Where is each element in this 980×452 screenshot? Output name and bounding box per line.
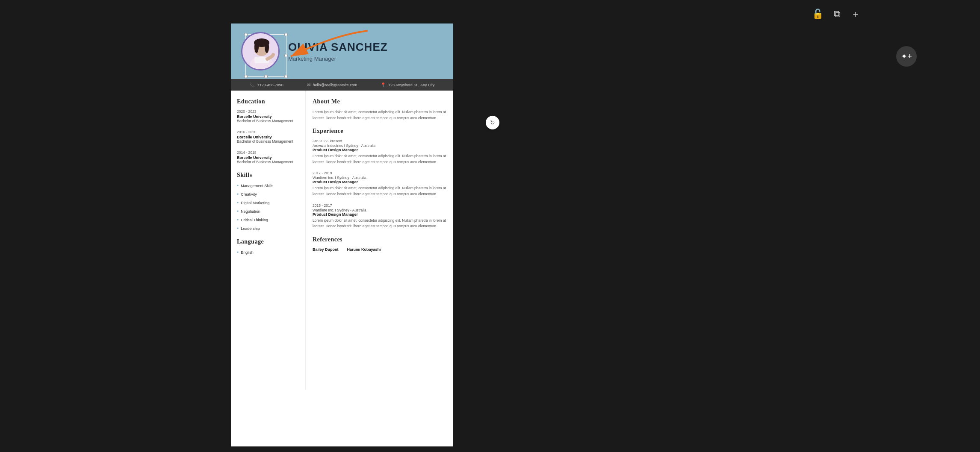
email-address: hello@reallygreatsite.com: [313, 83, 357, 87]
duplicate-icon[interactable]: ⧉: [834, 9, 841, 20]
exp-text-2: Lorem ipsum dolor sit amet, consectetur …: [313, 185, 446, 197]
about-text: Lorem ipsum dolor sit amet, consectetur …: [313, 109, 446, 121]
ref-name-2: Harumi Kobayashi: [347, 247, 381, 252]
skill-item-5: • Critical Thinking: [237, 217, 299, 223]
edu-degree-3: Bachelor of Business Management: [237, 160, 299, 165]
about-title: About Me: [313, 98, 446, 105]
edu-year-2: 2016 - 2020: [237, 130, 299, 134]
exp-text-3: Lorem ipsum dolor sit amet, consectetur …: [313, 218, 446, 229]
handle-br[interactable]: [284, 75, 288, 78]
skill-item-1: • Management Skills: [237, 183, 299, 189]
rotate-button[interactable]: ↻: [486, 116, 499, 129]
experience-section: Experience Jan 2022- Present Arowwai Ind…: [313, 128, 446, 229]
language-title: Language: [237, 238, 299, 245]
skill-bullet-1: •: [237, 183, 239, 189]
exp-role-1: Product Design Manager: [313, 148, 446, 152]
exp-text-1: Lorem ipsum dolor sit amet, consectetur …: [313, 153, 446, 165]
handle-tl[interactable]: [244, 33, 248, 36]
skill-item-2: • Creativity: [237, 191, 299, 197]
unlock-icon[interactable]: 🔓: [812, 9, 824, 20]
exp-company-2: Wardiere Inc. I Sydney - Australia: [313, 176, 446, 180]
skill-label-3: Digital Marketing: [241, 201, 269, 205]
exp-company-1: Arowwai Industries I Sydney - Australia: [313, 144, 446, 148]
edu-year-1: 2020 - 2023: [237, 109, 299, 114]
lang-label-1: English: [241, 250, 254, 255]
candidate-name: OLIVIA SANCHEZ: [288, 41, 388, 54]
exp-period-3: 2015 - 2017: [313, 203, 446, 208]
fab-icon: ✦+: [901, 52, 912, 61]
handle-tr[interactable]: [284, 33, 288, 36]
skill-bullet-2: •: [237, 191, 239, 197]
references-title: References: [313, 236, 446, 243]
skill-label-5: Critical Thinking: [241, 218, 268, 222]
skill-bullet-6: •: [237, 226, 239, 232]
ref-entry-1: Bailey Dupont: [313, 247, 339, 252]
edu-school-2: Borcelle University: [237, 135, 299, 139]
lang-item-1: • English: [237, 249, 299, 255]
edu-degree-1: Bachelor of Business Management: [237, 119, 299, 124]
left-column: Education 2020 - 2023 Borcelle Universit…: [231, 91, 306, 390]
exp-entry-3: 2015 - 2017 Wardiere Inc. I Sydney - Aus…: [313, 203, 446, 229]
skill-item-6: • Leadership: [237, 226, 299, 232]
resume-header: OLIVIA SANCHEZ Marketing Manager: [231, 23, 453, 79]
fab-button[interactable]: ✦+: [896, 46, 917, 67]
edu-degree-2: Bachelor of Business Management: [237, 139, 299, 144]
svg-point-6: [265, 41, 269, 53]
skill-label-6: Leadership: [241, 226, 260, 231]
location-icon: 📍: [381, 82, 386, 87]
exp-entry-2: 2017 - 2019 Wardiere Inc. I Sydney - Aus…: [313, 171, 446, 197]
skill-label-4: Negotiation: [241, 209, 260, 214]
references-row: Bailey Dupont Harumi Kobayashi: [313, 247, 446, 252]
skill-label-1: Management Skills: [241, 184, 273, 188]
header-text-block: OLIVIA SANCHEZ Marketing Manager: [288, 41, 388, 62]
exp-entry-1: Jan 2022- Present Arowwai Industries I S…: [313, 139, 446, 165]
skill-item-4: • Negotiation: [237, 208, 299, 214]
top-toolbar: 🔓 ⧉ ＋: [812, 8, 860, 21]
edu-entry-2: 2016 - 2020 Borcelle University Bachelor…: [237, 130, 299, 144]
references-section: References Bailey Dupont Harumi Kobayash…: [313, 236, 446, 252]
address-contact: 📍 123 Anywhere St., Any City: [381, 82, 435, 87]
email-icon: ✉: [307, 82, 310, 87]
address-text: 123 Anywhere St., Any City: [388, 83, 435, 87]
exp-period-2: 2017 - 2019: [313, 171, 446, 175]
email-contact: ✉ hello@reallygreatsite.com: [307, 82, 357, 87]
phone-icon: 📞: [249, 82, 254, 87]
handle-bm[interactable]: [264, 75, 268, 78]
skill-item-3: • Digital Marketing: [237, 200, 299, 206]
ref-entry-2: Harumi Kobayashi: [347, 247, 381, 252]
exp-company-3: Wardiere Inc. I Sydney - Australia: [313, 208, 446, 212]
experience-title: Experience: [313, 128, 446, 135]
exp-role-2: Product Design Manager: [313, 180, 446, 184]
contact-bar: 📞 +123-456-7890 ✉ hello@reallygreatsite.…: [231, 79, 453, 91]
skill-bullet-4: •: [237, 208, 239, 214]
skill-bullet-3: •: [237, 200, 239, 206]
edu-school-3: Borcelle University: [237, 156, 299, 160]
language-section: Language • English: [237, 238, 299, 255]
exp-role-3: Product Design Manager: [313, 212, 446, 217]
skills-section: Skills • Management Skills • Creativity …: [237, 172, 299, 232]
lang-bullet-1: •: [237, 249, 239, 255]
about-section: About Me Lorem ipsum dolor sit amet, con…: [313, 98, 446, 121]
education-section: Education 2020 - 2023 Borcelle Universit…: [237, 98, 299, 165]
edu-school-1: Borcelle University: [237, 114, 299, 119]
skill-bullet-5: •: [237, 217, 239, 223]
edu-entry-1: 2020 - 2023 Borcelle University Bachelor…: [237, 109, 299, 124]
resume-body: Education 2020 - 2023 Borcelle Universit…: [231, 91, 453, 390]
edu-year-3: 2014 - 2018: [237, 150, 299, 155]
education-title: Education: [237, 98, 299, 105]
skills-title: Skills: [237, 172, 299, 179]
svg-point-5: [254, 41, 259, 53]
exp-period-1: Jan 2022- Present: [313, 139, 446, 143]
phone-contact: 📞 +123-456-7890: [249, 82, 283, 87]
phone-number: +123-456-7890: [257, 83, 283, 87]
right-column: About Me Lorem ipsum dolor sit amet, con…: [306, 91, 453, 390]
handle-mr[interactable]: [284, 54, 288, 57]
profile-photo: [241, 32, 280, 70]
skill-label-2: Creativity: [241, 192, 257, 197]
resume-page: OLIVIA SANCHEZ Marketing Manager 📞 +123-…: [231, 23, 453, 446]
ref-name-1: Bailey Dupont: [313, 247, 339, 252]
handle-bl[interactable]: [244, 75, 248, 78]
add-page-icon[interactable]: ＋: [851, 8, 860, 21]
candidate-title: Marketing Manager: [288, 56, 388, 62]
edu-entry-3: 2014 - 2018 Borcelle University Bachelor…: [237, 150, 299, 165]
